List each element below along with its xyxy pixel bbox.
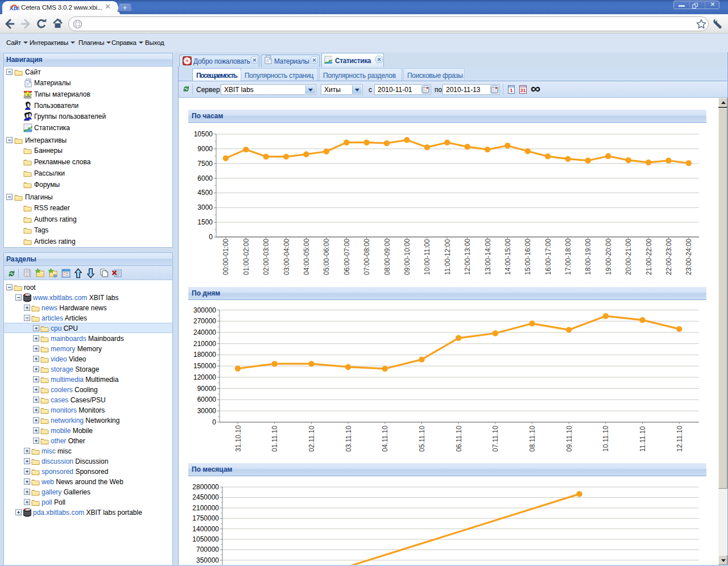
svg-text:4500: 4500 bbox=[197, 189, 213, 197]
svg-text:12:00-13:00: 12:00-13:00 bbox=[464, 239, 471, 275]
svg-text:2800000: 2800000 bbox=[192, 483, 219, 491]
svg-text:04.11.10: 04.11.10 bbox=[381, 426, 389, 452]
svg-text:06.11.10: 06.11.10 bbox=[455, 426, 463, 452]
svg-text:9000: 9000 bbox=[197, 145, 213, 153]
svg-text:31.10.10: 31.10.10 bbox=[234, 425, 242, 452]
svg-text:1050000: 1050000 bbox=[192, 535, 219, 543]
svg-text:07.11.10: 07.11.10 bbox=[491, 426, 499, 452]
svg-text:300000: 300000 bbox=[193, 306, 216, 314]
svg-text:08:00-09:00: 08:00-09:00 bbox=[383, 239, 391, 275]
svg-text:02:00-03:00: 02:00-03:00 bbox=[262, 239, 270, 275]
svg-text:270000: 270000 bbox=[193, 317, 216, 325]
svg-text:2100000: 2100000 bbox=[192, 504, 219, 512]
svg-text:210000: 210000 bbox=[193, 340, 216, 348]
svg-text:1750000: 1750000 bbox=[192, 514, 219, 522]
svg-text:05:00-06:00: 05:00-06:00 bbox=[322, 239, 330, 275]
svg-text:19:00-20:00: 19:00-20:00 bbox=[605, 239, 613, 275]
svg-text:350000: 350000 bbox=[196, 556, 219, 564]
svg-text:02.11.10: 02.11.10 bbox=[308, 426, 316, 452]
svg-text:01.11.10: 01.11.10 bbox=[271, 426, 279, 452]
svg-text:20:00-21:00: 20:00-21:00 bbox=[624, 239, 632, 275]
svg-text:11.11.10: 11.11.10 bbox=[639, 426, 647, 452]
svg-text:2450000: 2450000 bbox=[192, 493, 219, 501]
svg-text:10:00-11:00: 10:00-11:00 bbox=[423, 239, 431, 275]
svg-text:21:00-22:00: 21:00-22:00 bbox=[645, 239, 653, 275]
svg-text:3000: 3000 bbox=[197, 203, 213, 211]
svg-text:07:00-08:00: 07:00-08:00 bbox=[363, 239, 371, 275]
svg-text:31: 31 bbox=[520, 88, 526, 93]
svg-text:700000: 700000 bbox=[196, 546, 219, 553]
svg-text:18:00-19:00: 18:00-19:00 bbox=[584, 239, 592, 275]
svg-text:03:00-04:00: 03:00-04:00 bbox=[283, 239, 291, 275]
svg-text:15:00-16:00: 15:00-16:00 bbox=[524, 239, 532, 275]
svg-text:60000: 60000 bbox=[197, 396, 217, 403]
svg-text:1500: 1500 bbox=[197, 218, 213, 226]
svg-text:22:00-23:00: 22:00-23:00 bbox=[665, 239, 673, 275]
svg-text:30000: 30000 bbox=[197, 407, 217, 415]
svg-text:05.11.10: 05.11.10 bbox=[418, 426, 426, 452]
svg-text:150000: 150000 bbox=[193, 362, 216, 370]
svg-text:0: 0 bbox=[212, 418, 216, 426]
svg-text:13:00-14:00: 13:00-14:00 bbox=[484, 239, 492, 275]
svg-text:10500: 10500 bbox=[194, 130, 213, 138]
svg-text:120000: 120000 bbox=[193, 373, 216, 381]
svg-text:180000: 180000 bbox=[193, 351, 216, 359]
svg-text:09.11.10: 09.11.10 bbox=[565, 426, 573, 452]
svg-text:1400000: 1400000 bbox=[192, 525, 219, 533]
svg-text:04:00-05:00: 04:00-05:00 bbox=[303, 239, 311, 275]
svg-text:12.11.10: 12.11.10 bbox=[676, 426, 684, 452]
svg-text:240000: 240000 bbox=[193, 328, 216, 336]
svg-text:7500: 7500 bbox=[197, 160, 213, 168]
svg-text:17:00-18:00: 17:00-18:00 bbox=[564, 239, 572, 275]
svg-text:6000: 6000 bbox=[197, 174, 213, 182]
svg-text:09:00-10:00: 09:00-10:00 bbox=[403, 239, 411, 275]
svg-text:01:00-02:00: 01:00-02:00 bbox=[242, 239, 250, 275]
svg-text:1: 1 bbox=[510, 88, 512, 93]
svg-text:0: 0 bbox=[209, 233, 213, 241]
svg-text:06:00-07:00: 06:00-07:00 bbox=[343, 239, 351, 275]
svg-text:90000: 90000 bbox=[197, 385, 217, 393]
svg-text:08.11.10: 08.11.10 bbox=[528, 426, 536, 452]
svg-text:23:00-24:00: 23:00-24:00 bbox=[685, 239, 693, 275]
svg-text:14:00-15:00: 14:00-15:00 bbox=[504, 239, 512, 275]
svg-text:16:00-17:00: 16:00-17:00 bbox=[544, 239, 552, 275]
svg-text:11:00-12:00: 11:00-12:00 bbox=[444, 239, 452, 275]
svg-text:00:00-01:00: 00:00-01:00 bbox=[222, 239, 230, 275]
svg-text:03.11.10: 03.11.10 bbox=[345, 426, 353, 452]
svg-text:10.11.10: 10.11.10 bbox=[602, 426, 610, 452]
